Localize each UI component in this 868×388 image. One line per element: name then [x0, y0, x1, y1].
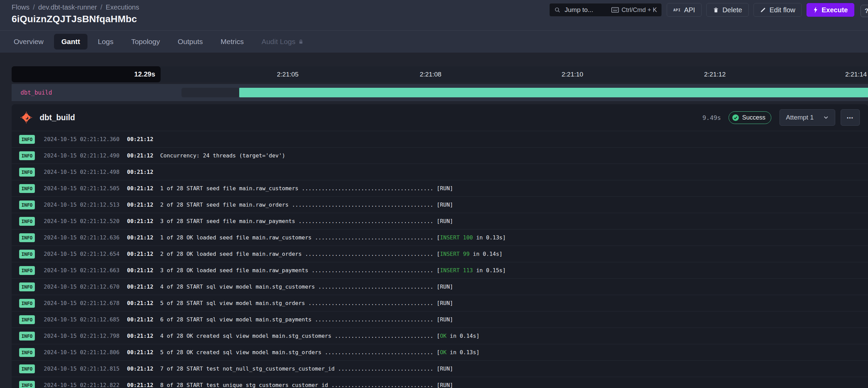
search-placeholder: Jump to... [565, 6, 593, 14]
log-timestamp: 2024-10-15 02:21:12.654 [44, 251, 120, 257]
log-timestamp: 2024-10-15 02:21:12.670 [44, 283, 120, 290]
log-timestamp: 2024-10-15 02:21:12.490 [44, 152, 120, 159]
dbt-icon [20, 111, 33, 124]
tab-bar: OverviewGanttLogsTopologyOutputsMetricsA… [0, 31, 868, 53]
log-timestamp: 2024-10-15 02:21:12.663 [44, 267, 120, 274]
log-row: INFO2024-10-15 02:21:12.49000:21:12Concu… [12, 147, 868, 164]
log-level-badge: INFO [19, 151, 35, 160]
log-message: Concurrency: 24 threads (target='dev') [160, 152, 285, 159]
log-message: 5 of 28 START sql view model main.stg_or… [160, 300, 453, 306]
status-badge: Success [729, 111, 771, 124]
log-relative-time: 00:21:12 [127, 218, 153, 224]
log-row: INFO2024-10-15 02:21:12.67000:21:124 of … [12, 278, 868, 295]
log-relative-time: 00:21:12 [127, 365, 153, 372]
log-message: 1 of 28 START seed file main.raw_custome… [160, 185, 453, 192]
more-options-button[interactable]: ••• [841, 109, 860, 126]
tab-outputs[interactable]: Outputs [170, 34, 211, 50]
edit-flow-button[interactable]: Edit flow [754, 3, 802, 17]
log-relative-time: 00:21:12 [127, 152, 153, 159]
log-level-badge: INFO [19, 217, 35, 226]
log-level-badge: INFO [19, 364, 35, 373]
log-row: INFO2024-10-15 02:21:12.52000:21:123 of … [12, 213, 868, 229]
log-level-badge: INFO [19, 299, 35, 308]
attempt-dropdown[interactable]: Attempt 1 [779, 109, 835, 126]
log-level-badge: INFO [19, 332, 35, 341]
log-timestamp: 2024-10-15 02:21:12.636 [44, 234, 120, 241]
task-header: dbt_build 9.49s Success Attempt 1 ••• [12, 104, 868, 131]
pencil-icon [760, 7, 766, 13]
breadcrumb-separator: / [100, 3, 103, 11]
gantt-task-row[interactable]: dbt_build [12, 84, 868, 101]
task-duration: 9.49s [702, 114, 721, 121]
lock-icon [298, 39, 303, 44]
log-timestamp: 2024-10-15 02:21:12.678 [44, 300, 120, 306]
log-row: INFO2024-10-15 02:21:12.63600:21:121 of … [12, 229, 868, 246]
task-name: dbt_build [40, 113, 75, 122]
tab-topology[interactable]: Topology [124, 34, 167, 50]
log-level-badge: INFO [19, 381, 35, 388]
log-row: INFO2024-10-15 02:21:12.82200:21:128 of … [12, 377, 868, 388]
log-row: INFO2024-10-15 02:21:12.49800:21:12 [12, 164, 868, 180]
jump-to-search-input[interactable]: Jump to... Ctrl/Cmd + K [549, 3, 662, 17]
content: 2:21:052:21:082:21:102:21:122:21:14 12.2… [0, 53, 868, 388]
api-icon: API [673, 8, 680, 12]
tab-overview[interactable]: Overview [6, 34, 51, 50]
log-row: INFO2024-10-15 02:21:12.80600:21:125 of … [12, 344, 868, 360]
gantt-bar-pending[interactable] [181, 88, 239, 97]
breadcrumb-flow-id[interactable]: dev.dbt-task-runner [38, 3, 97, 11]
breadcrumb-flows[interactable]: Flows [12, 3, 29, 11]
delete-button[interactable]: Delete [706, 3, 749, 17]
log-timestamp: 2024-10-15 02:21:12.520 [44, 218, 120, 224]
log-message: 8 of 28 START test unique_stg_customers_… [160, 382, 453, 388]
log-row: INFO2024-10-15 02:21:12.68500:21:126 of … [12, 311, 868, 328]
timeline-tick: 2:21:10 [561, 66, 583, 82]
log-message: 3 of 28 OK loaded seed file main.raw_pay… [160, 267, 506, 274]
tab-logs[interactable]: Logs [90, 34, 121, 50]
log-level-badge: INFO [19, 184, 35, 193]
log-relative-time: 00:21:12 [127, 316, 153, 323]
execute-button[interactable]: Execute [806, 3, 854, 17]
log-timestamp: 2024-10-15 02:21:12.806 [44, 349, 120, 356]
lightning-icon [813, 6, 818, 13]
trash-icon [713, 7, 719, 13]
log-message: 5 of 28 OK created sql view model main.s… [160, 349, 479, 356]
api-button-label: API [684, 6, 695, 14]
log-level-badge: INFO [19, 282, 35, 291]
api-button[interactable]: API API [667, 3, 702, 17]
header-controls: Jump to... Ctrl/Cmd + K API API Delete E… [549, 3, 854, 17]
log-row: INFO2024-10-15 02:21:12.65400:21:122 of … [12, 246, 868, 262]
total-duration-label: 12.29s [12, 66, 161, 82]
log-timestamp: 2024-10-15 02:21:12.798 [44, 333, 120, 339]
timeline-tick: 2:21:14 [845, 66, 867, 82]
search-shortcut: Ctrl/Cmd + K [622, 6, 657, 14]
gantt-bar-success[interactable] [239, 88, 868, 97]
task-log-panel: dbt_build 9.49s Success Attempt 1 ••• IN… [12, 104, 868, 388]
log-timestamp: 2024-10-15 02:21:12.513 [44, 202, 120, 208]
breadcrumb-executions[interactable]: Executions [106, 3, 139, 11]
timeline-header: 2:21:052:21:082:21:102:21:122:21:14 12.2… [12, 66, 868, 82]
search-icon [554, 7, 560, 13]
log-relative-time: 00:21:12 [127, 185, 153, 192]
tab-metrics[interactable]: Metrics [213, 34, 252, 50]
log-message: 6 of 28 START sql view model main.stg_pa… [160, 316, 453, 323]
log-level-badge: INFO [19, 135, 35, 144]
log-message: 4 of 28 START sql view model main.stg_cu… [160, 283, 453, 290]
timeline-tick: 2:21:12 [704, 66, 725, 82]
log-row: INFO2024-10-15 02:21:12.79800:21:124 of … [12, 328, 868, 344]
log-list: INFO2024-10-15 02:21:12.36000:21:12INFO2… [12, 131, 868, 388]
chevron-down-icon [823, 114, 829, 121]
log-message: 3 of 28 START seed file main.raw_payment… [160, 218, 453, 224]
help-button[interactable]: ? [860, 5, 868, 17]
log-timestamp: 2024-10-15 02:21:12.505 [44, 185, 120, 192]
log-row: INFO2024-10-15 02:21:12.50500:21:121 of … [12, 180, 868, 196]
log-row: INFO2024-10-15 02:21:12.36000:21:12 [12, 131, 868, 147]
breadcrumb-separator: / [33, 3, 35, 11]
tab-gantt[interactable]: Gantt [54, 34, 88, 50]
keyboard-icon [611, 7, 619, 13]
log-level-badge: INFO [19, 315, 35, 324]
log-relative-time: 00:21:12 [127, 382, 153, 388]
gantt-task-label[interactable]: dbt_build [12, 89, 52, 96]
gantt-section: 2:21:052:21:082:21:102:21:122:21:14 12.2… [12, 66, 868, 101]
log-relative-time: 00:21:12 [127, 267, 153, 274]
tab-audit-logs: Audit Logs [254, 34, 311, 50]
